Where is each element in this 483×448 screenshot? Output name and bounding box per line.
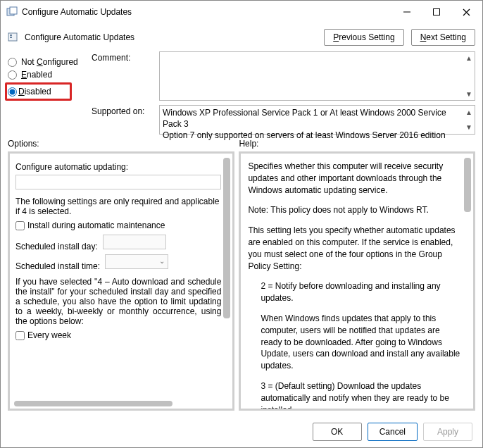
radio-not-configured-input[interactable] — [8, 58, 17, 67]
policy-header: Configure Automatic Updates Previous Set… — [1, 23, 482, 51]
radio-enabled-input[interactable] — [8, 70, 17, 80]
app-icon — [6, 6, 18, 18]
configure-updating-dropdown[interactable] — [15, 175, 221, 189]
close-button[interactable] — [451, 2, 481, 22]
previous-setting-button[interactable]: Previous Setting — [324, 29, 403, 46]
svg-rect-8 — [10, 37, 12, 38]
policy-state-area: Not Configured Enabled Disabled Comment:… — [1, 51, 482, 139]
help-text: Specifies whether this computer will rec… — [248, 161, 460, 196]
help-text: 3 = (Default setting) Download the updat… — [248, 380, 460, 411]
svg-rect-1 — [10, 7, 17, 14]
gpedit-dialog-window: Configure Automatic Updates Configure Au… — [0, 0, 483, 448]
svg-rect-6 — [8, 33, 17, 41]
sched-day-row: Scheduled install day: — [15, 235, 221, 251]
every-week-checkbox[interactable]: Every week — [15, 330, 221, 340]
comment-textarea[interactable]: ▲ ▼ — [159, 51, 475, 101]
help-text: 2 = Notify before downloading and instal… — [248, 280, 460, 304]
comment-label: Comment: — [92, 51, 153, 63]
options-pane: Configure automatic updating: The follow… — [8, 151, 234, 411]
scroll-down-icon[interactable]: ▼ — [465, 123, 472, 132]
window-title: Configure Automatic Updates — [22, 7, 392, 17]
scroll-up-icon[interactable]: ▲ — [465, 108, 472, 118]
scroll-down-icon[interactable]: ▼ — [465, 90, 472, 98]
install-maintenance-checkbox[interactable]: Install during automatic maintenance — [15, 220, 221, 230]
options-paragraph: If you have selected "4 – Auto download … — [15, 277, 221, 326]
supported-on-text: Windows XP Professional Service Pack 1 o… — [159, 105, 475, 135]
options-note: The following settings are only required… — [15, 197, 221, 216]
scroll-up-icon[interactable]: ▲ — [465, 54, 472, 62]
svg-rect-3 — [434, 9, 440, 15]
minimize-button[interactable] — [392, 2, 422, 22]
next-setting-button[interactable]: Next Setting — [411, 29, 475, 46]
apply-button[interactable]: Apply — [423, 423, 472, 441]
sched-day-dropdown[interactable] — [103, 235, 166, 249]
chevron-down-icon: ⌄ — [159, 257, 165, 265]
supported-label: Supported on: — [92, 105, 153, 116]
configure-updating-label: Configure automatic updating: — [15, 162, 221, 172]
dialog-footer: OK Cancel Apply — [1, 416, 482, 447]
policy-icon — [8, 32, 19, 43]
options-hscrollbar[interactable] — [14, 401, 228, 406]
radio-disabled-highlight: Disabled — [5, 82, 72, 101]
svg-rect-7 — [10, 35, 12, 36]
help-text: This setting lets you specify whether au… — [248, 225, 460, 272]
maximize-button[interactable] — [422, 2, 451, 22]
sched-time-row: Scheduled install time: ⌄ — [15, 254, 221, 271]
sched-time-dropdown[interactable]: ⌄ — [105, 254, 168, 269]
radio-not-configured[interactable]: Not Configured — [8, 57, 89, 67]
options-vscrollbar[interactable] — [223, 158, 230, 404]
help-pane: Specifies whether this computer will rec… — [239, 151, 475, 411]
title-bar: Configure Automatic Updates — [1, 1, 482, 23]
policy-title: Configure Automatic Updates — [25, 32, 318, 42]
ok-button[interactable]: OK — [313, 423, 362, 441]
radio-enabled[interactable]: Enabled — [8, 70, 89, 80]
help-vscrollbar[interactable] — [464, 158, 471, 404]
radio-disabled-input[interactable] — [8, 87, 17, 97]
help-text: Note: This policy does not apply to Wind… — [248, 204, 460, 216]
cancel-button[interactable]: Cancel — [368, 423, 418, 441]
help-text: When Windows finds updates that apply to… — [248, 313, 460, 372]
